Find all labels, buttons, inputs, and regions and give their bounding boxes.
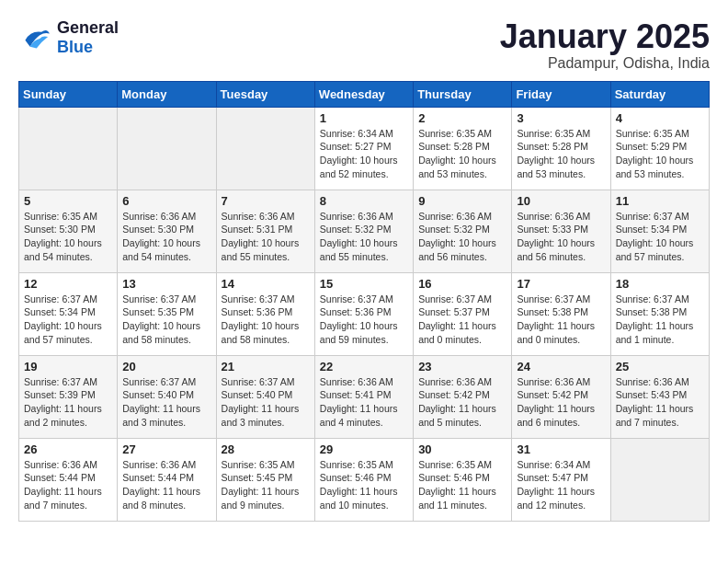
day-number: 30 bbox=[418, 442, 506, 456]
calendar-body: 1Sunrise: 6:34 AMSunset: 5:27 PMDaylight… bbox=[19, 107, 710, 521]
day-number: 24 bbox=[517, 360, 605, 373]
calendar-cell: 13Sunrise: 6:37 AMSunset: 5:35 PMDayligh… bbox=[118, 272, 216, 355]
weekday-header-wednesday: Wednesday bbox=[314, 81, 413, 107]
cell-info: Sunrise: 6:36 AMSunset: 5:32 PMDaylight:… bbox=[418, 210, 506, 264]
cell-info: Sunrise: 6:36 AMSunset: 5:42 PMDaylight:… bbox=[517, 375, 605, 430]
day-number: 17 bbox=[517, 277, 605, 291]
day-number: 3 bbox=[517, 111, 605, 125]
location: Padampur, Odisha, India bbox=[500, 55, 710, 72]
calendar-cell: 1Sunrise: 6:34 AMSunset: 5:27 PMDaylight… bbox=[314, 107, 413, 190]
day-number: 14 bbox=[222, 277, 310, 291]
calendar-cell: 25Sunrise: 6:36 AMSunset: 5:43 PMDayligh… bbox=[610, 355, 709, 438]
day-number: 13 bbox=[122, 277, 210, 291]
day-number: 21 bbox=[222, 360, 310, 373]
day-number: 8 bbox=[320, 194, 408, 208]
calendar-cell: 7Sunrise: 6:36 AMSunset: 5:31 PMDaylight… bbox=[216, 190, 314, 272]
calendar-cell: 8Sunrise: 6:36 AMSunset: 5:32 PMDaylight… bbox=[314, 190, 413, 272]
calendar-cell: 27Sunrise: 6:36 AMSunset: 5:44 PMDayligh… bbox=[118, 438, 216, 521]
title-block: January 2025 Padampur, Odisha, India bbox=[500, 18, 710, 72]
logo-icon bbox=[18, 24, 51, 52]
cell-info: Sunrise: 6:37 AMSunset: 5:35 PMDaylight:… bbox=[122, 293, 210, 347]
cell-info: Sunrise: 6:36 AMSunset: 5:42 PMDaylight:… bbox=[418, 375, 506, 430]
cell-info: Sunrise: 6:35 AMSunset: 5:28 PMDaylight:… bbox=[418, 127, 506, 181]
cell-info: Sunrise: 6:35 AMSunset: 5:29 PMDaylight:… bbox=[616, 127, 704, 181]
cell-info: Sunrise: 6:35 AMSunset: 5:30 PMDaylight:… bbox=[24, 210, 112, 264]
day-number: 18 bbox=[616, 277, 704, 291]
calendar-cell: 12Sunrise: 6:37 AMSunset: 5:34 PMDayligh… bbox=[19, 272, 118, 355]
calendar-cell: 11Sunrise: 6:37 AMSunset: 5:34 PMDayligh… bbox=[610, 190, 709, 272]
cell-info: Sunrise: 6:37 AMSunset: 5:40 PMDaylight:… bbox=[222, 375, 310, 430]
calendar-cell: 19Sunrise: 6:37 AMSunset: 5:39 PMDayligh… bbox=[19, 355, 118, 438]
logo: General Blue bbox=[18, 18, 119, 57]
day-number: 7 bbox=[222, 194, 310, 208]
cell-info: Sunrise: 6:37 AMSunset: 5:36 PMDaylight:… bbox=[222, 293, 310, 347]
calendar-cell: 4Sunrise: 6:35 AMSunset: 5:29 PMDaylight… bbox=[610, 107, 709, 190]
day-number: 29 bbox=[320, 442, 408, 456]
calendar-cell: 23Sunrise: 6:36 AMSunset: 5:42 PMDayligh… bbox=[414, 355, 512, 438]
calendar-table: SundayMondayTuesdayWednesdayThursdayFrid… bbox=[18, 81, 710, 522]
calendar-cell bbox=[118, 107, 216, 190]
day-number: 20 bbox=[122, 360, 210, 373]
day-number: 19 bbox=[24, 360, 112, 373]
calendar-cell: 22Sunrise: 6:36 AMSunset: 5:41 PMDayligh… bbox=[314, 355, 413, 438]
calendar-cell: 15Sunrise: 6:37 AMSunset: 5:36 PMDayligh… bbox=[314, 272, 413, 355]
cell-info: Sunrise: 6:35 AMSunset: 5:28 PMDaylight:… bbox=[517, 127, 605, 181]
day-number: 4 bbox=[616, 111, 704, 125]
calendar-cell: 3Sunrise: 6:35 AMSunset: 5:28 PMDaylight… bbox=[512, 107, 610, 190]
calendar-cell: 30Sunrise: 6:35 AMSunset: 5:46 PMDayligh… bbox=[414, 438, 512, 521]
weekday-header-saturday: Saturday bbox=[610, 81, 709, 107]
cell-info: Sunrise: 6:37 AMSunset: 5:38 PMDaylight:… bbox=[517, 293, 605, 347]
calendar-week-2: 5Sunrise: 6:35 AMSunset: 5:30 PMDaylight… bbox=[19, 190, 710, 272]
calendar-cell: 6Sunrise: 6:36 AMSunset: 5:30 PMDaylight… bbox=[118, 190, 216, 272]
cell-info: Sunrise: 6:35 AMSunset: 5:46 PMDaylight:… bbox=[320, 458, 408, 512]
cell-info: Sunrise: 6:37 AMSunset: 5:38 PMDaylight:… bbox=[616, 293, 704, 347]
day-number: 2 bbox=[418, 111, 506, 125]
day-number: 22 bbox=[320, 360, 408, 373]
day-number: 16 bbox=[418, 277, 506, 291]
calendar-cell: 10Sunrise: 6:36 AMSunset: 5:33 PMDayligh… bbox=[512, 190, 610, 272]
cell-info: Sunrise: 6:36 AMSunset: 5:32 PMDaylight:… bbox=[320, 210, 408, 264]
day-number: 26 bbox=[24, 442, 112, 456]
weekday-header-row: SundayMondayTuesdayWednesdayThursdayFrid… bbox=[19, 81, 710, 107]
cell-info: Sunrise: 6:37 AMSunset: 5:34 PMDaylight:… bbox=[616, 210, 704, 264]
calendar-cell: 5Sunrise: 6:35 AMSunset: 5:30 PMDaylight… bbox=[19, 190, 118, 272]
page-header: General Blue January 2025 Padampur, Odis… bbox=[18, 18, 710, 72]
cell-info: Sunrise: 6:35 AMSunset: 5:46 PMDaylight:… bbox=[418, 458, 506, 512]
cell-info: Sunrise: 6:36 AMSunset: 5:33 PMDaylight:… bbox=[517, 210, 605, 264]
calendar-cell: 9Sunrise: 6:36 AMSunset: 5:32 PMDaylight… bbox=[414, 190, 512, 272]
day-number: 23 bbox=[418, 360, 506, 373]
cell-info: Sunrise: 6:36 AMSunset: 5:44 PMDaylight:… bbox=[122, 458, 210, 512]
cell-info: Sunrise: 6:37 AMSunset: 5:39 PMDaylight:… bbox=[24, 375, 112, 430]
calendar-week-3: 12Sunrise: 6:37 AMSunset: 5:34 PMDayligh… bbox=[19, 272, 710, 355]
calendar-week-5: 26Sunrise: 6:36 AMSunset: 5:44 PMDayligh… bbox=[19, 438, 710, 521]
calendar-cell bbox=[19, 107, 118, 190]
calendar-cell: 18Sunrise: 6:37 AMSunset: 5:38 PMDayligh… bbox=[610, 272, 709, 355]
weekday-header-thursday: Thursday bbox=[414, 81, 512, 107]
calendar-cell: 31Sunrise: 6:34 AMSunset: 5:47 PMDayligh… bbox=[512, 438, 610, 521]
day-number: 11 bbox=[616, 194, 704, 208]
calendar-cell: 26Sunrise: 6:36 AMSunset: 5:44 PMDayligh… bbox=[19, 438, 118, 521]
cell-info: Sunrise: 6:37 AMSunset: 5:36 PMDaylight:… bbox=[320, 293, 408, 347]
calendar-cell: 14Sunrise: 6:37 AMSunset: 5:36 PMDayligh… bbox=[216, 272, 314, 355]
day-number: 12 bbox=[24, 277, 112, 291]
calendar-cell bbox=[610, 438, 709, 521]
weekday-header-monday: Monday bbox=[118, 81, 216, 107]
calendar-cell: 29Sunrise: 6:35 AMSunset: 5:46 PMDayligh… bbox=[314, 438, 413, 521]
cell-info: Sunrise: 6:37 AMSunset: 5:34 PMDaylight:… bbox=[24, 293, 112, 347]
day-number: 15 bbox=[320, 277, 408, 291]
weekday-header-friday: Friday bbox=[512, 81, 610, 107]
month-title: January 2025 bbox=[500, 18, 710, 55]
calendar-cell: 21Sunrise: 6:37 AMSunset: 5:40 PMDayligh… bbox=[216, 355, 314, 438]
cell-info: Sunrise: 6:36 AMSunset: 5:31 PMDaylight:… bbox=[222, 210, 310, 264]
cell-info: Sunrise: 6:37 AMSunset: 5:40 PMDaylight:… bbox=[122, 375, 210, 430]
cell-info: Sunrise: 6:36 AMSunset: 5:30 PMDaylight:… bbox=[122, 210, 210, 264]
calendar-cell: 17Sunrise: 6:37 AMSunset: 5:38 PMDayligh… bbox=[512, 272, 610, 355]
calendar-cell: 20Sunrise: 6:37 AMSunset: 5:40 PMDayligh… bbox=[118, 355, 216, 438]
calendar-cell: 24Sunrise: 6:36 AMSunset: 5:42 PMDayligh… bbox=[512, 355, 610, 438]
calendar-cell: 16Sunrise: 6:37 AMSunset: 5:37 PMDayligh… bbox=[414, 272, 512, 355]
weekday-header-sunday: Sunday bbox=[19, 81, 118, 107]
day-number: 31 bbox=[517, 442, 605, 456]
day-number: 1 bbox=[320, 111, 408, 125]
cell-info: Sunrise: 6:36 AMSunset: 5:44 PMDaylight:… bbox=[24, 458, 112, 512]
day-number: 9 bbox=[418, 194, 506, 208]
